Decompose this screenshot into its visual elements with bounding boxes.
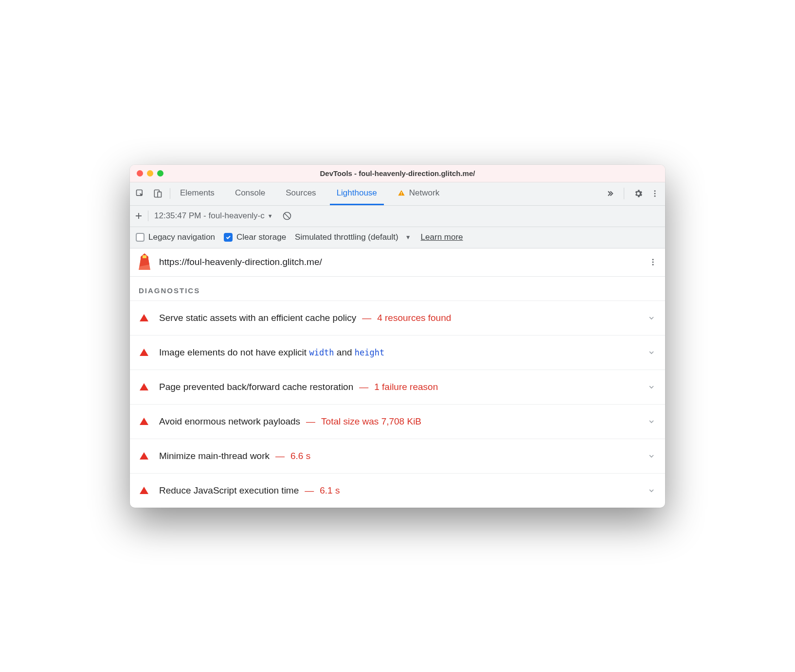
panel-tabs: Elements Console Sources Lighthouse Netw… (173, 182, 604, 205)
audit-title: Image elements do not have explicit widt… (159, 347, 384, 358)
devtools-tabbar: Elements Console Sources Lighthouse Netw… (130, 182, 665, 206)
zoom-window-button[interactable] (157, 170, 163, 177)
report-menu-icon[interactable] (648, 258, 658, 266)
tab-label: Lighthouse (337, 188, 377, 198)
tab-console[interactable]: Console (228, 182, 272, 205)
report-selector-label: 12:35:47 PM - foul-heavenly-c (154, 211, 265, 221)
more-options-icon[interactable] (650, 188, 660, 199)
audit-text: Avoid enormous network payloads — Total … (159, 416, 637, 427)
fail-triangle-icon (140, 349, 148, 356)
audit-detail: 1 failure reason (374, 382, 438, 392)
lighthouse-options: Legacy navigation Clear storage Simulate… (130, 227, 665, 248)
chevron-down-icon (648, 349, 655, 356)
audit-detail: 4 resources found (377, 313, 451, 323)
dash: — (275, 451, 285, 461)
tab-lighthouse[interactable]: Lighthouse (330, 182, 384, 205)
checkbox-label: Clear storage (236, 232, 286, 242)
device-toolbar-icon[interactable] (152, 188, 163, 199)
tab-sources[interactable]: Sources (279, 182, 323, 205)
diagnostics-heading: DIAGNOSTICS (130, 277, 665, 301)
more-tabs-icon[interactable] (604, 188, 615, 199)
dash: — (305, 485, 314, 496)
svg-rect-4 (401, 194, 401, 195)
checkbox-checked-icon (224, 233, 233, 242)
chevron-down-icon: ▼ (405, 234, 411, 241)
code-token: height (355, 348, 384, 357)
svg-point-14 (652, 262, 654, 263)
tab-network[interactable]: Network (391, 182, 446, 205)
dash: — (306, 416, 315, 427)
svg-point-7 (654, 195, 656, 197)
checkbox-icon (136, 233, 145, 242)
audit-title: Reduce JavaScript execution time (159, 485, 299, 496)
clear-all-icon[interactable] (282, 211, 292, 221)
warning-icon (398, 189, 405, 197)
chevron-down-icon: ▼ (268, 213, 273, 219)
dash: — (359, 382, 368, 392)
fail-triangle-icon (140, 487, 148, 494)
legacy-navigation-checkbox[interactable]: Legacy navigation (136, 232, 215, 242)
fail-triangle-icon (140, 314, 148, 321)
audit-title: Avoid enormous network payloads (159, 416, 300, 427)
divider (624, 188, 624, 199)
lighthouse-toolbar: 12:35:47 PM - foul-heavenly-c ▼ (130, 206, 665, 227)
lighthouse-icon (137, 254, 152, 270)
fail-triangle-icon (140, 418, 148, 425)
window-title: DevTools - foul-heavenly-direction.glitc… (130, 169, 665, 177)
report-url-bar: https://foul-heavenly-direction.glitch.m… (130, 248, 665, 277)
tab-label: Console (235, 188, 265, 198)
report-url: https://foul-heavenly-direction.glitch.m… (159, 257, 641, 267)
audit-detail: 6.6 s (290, 451, 310, 461)
report-selector[interactable]: 12:35:47 PM - foul-heavenly-c ▼ (154, 211, 273, 221)
clear-storage-checkbox[interactable]: Clear storage (224, 232, 286, 242)
checkbox-label: Legacy navigation (148, 232, 215, 242)
svg-point-13 (652, 259, 654, 260)
audit-text: Reduce JavaScript execution time — 6.1 s (159, 485, 637, 496)
inspect-element-icon[interactable] (135, 188, 145, 199)
audit-text: Image elements do not have explicit widt… (159, 347, 637, 358)
dash: — (362, 313, 371, 323)
audit-title: Serve static assets with an efficient ca… (159, 313, 356, 323)
throttling-label: Simulated throttling (default) (295, 232, 398, 242)
fail-triangle-icon (140, 452, 148, 460)
svg-point-5 (654, 190, 656, 192)
audit-row[interactable]: Page prevented back/forward cache restor… (130, 370, 665, 404)
settings-icon[interactable] (633, 188, 644, 199)
chevron-down-icon (648, 383, 655, 391)
tab-label: Elements (180, 188, 215, 198)
learn-more-link[interactable]: Learn more (421, 232, 463, 242)
audit-title: Minimize main-thread work (159, 451, 270, 461)
minimize-window-button[interactable] (147, 170, 153, 177)
code-token: width (309, 348, 334, 357)
svg-point-6 (654, 193, 656, 195)
window-controls (130, 170, 163, 177)
devtools-window: DevTools - foul-heavenly-direction.glitc… (130, 165, 665, 508)
tab-elements[interactable]: Elements (173, 182, 221, 205)
tab-label: Sources (286, 188, 316, 198)
audit-row[interactable]: Reduce JavaScript execution time — 6.1 s (130, 473, 665, 508)
svg-point-15 (652, 264, 654, 265)
titlebar: DevTools - foul-heavenly-direction.glitc… (130, 165, 665, 182)
audit-row[interactable]: Minimize main-thread work — 6.6 s (130, 439, 665, 473)
audit-detail: 6.1 s (320, 485, 340, 496)
audit-text: Page prevented back/forward cache restor… (159, 382, 637, 392)
chevron-down-icon (648, 487, 655, 495)
chevron-down-icon (648, 314, 655, 322)
audit-detail: Total size was 7,708 KiB (321, 416, 421, 427)
chevron-down-icon (648, 452, 655, 460)
audit-title: Page prevented back/forward cache restor… (159, 382, 353, 392)
tab-label: Network (409, 188, 439, 198)
close-window-button[interactable] (137, 170, 143, 177)
svg-rect-10 (143, 255, 146, 258)
chevron-down-icon (648, 418, 655, 425)
throttling-selector[interactable]: Simulated throttling (default) ▼ (295, 232, 411, 242)
audit-text: Serve static assets with an efficient ca… (159, 313, 637, 323)
new-report-button[interactable] (134, 211, 143, 221)
audit-row[interactable]: Serve static assets with an efficient ca… (130, 301, 665, 335)
fail-triangle-icon (140, 383, 148, 390)
svg-rect-3 (401, 192, 401, 194)
audit-row[interactable]: Image elements do not have explicit widt… (130, 335, 665, 370)
audit-text: Minimize main-thread work — 6.6 s (159, 451, 637, 461)
diagnostics-list: Serve static assets with an efficient ca… (130, 301, 665, 508)
audit-row[interactable]: Avoid enormous network payloads — Total … (130, 404, 665, 439)
